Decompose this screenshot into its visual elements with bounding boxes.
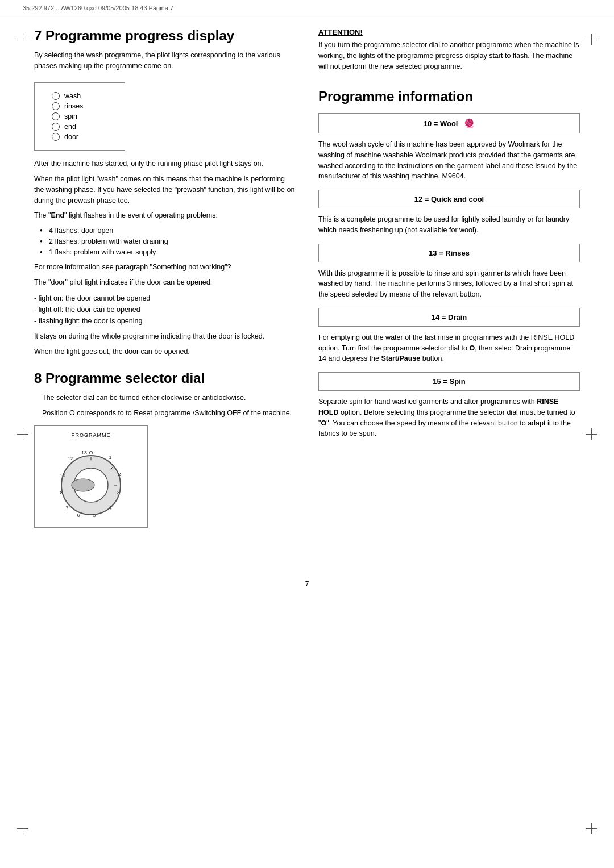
bullet-item-1: 4 flashes: door open	[40, 226, 296, 236]
circle-spin	[52, 112, 60, 120]
section7-para4: For more information see paragraph "Some…	[34, 262, 296, 273]
svg-text:12: 12	[68, 456, 73, 461]
display-item-rinses: rinses	[52, 102, 113, 110]
attention-text: If you turn the programme selector dial …	[318, 40, 580, 72]
circle-wash	[52, 92, 60, 100]
svg-text:2: 2	[118, 471, 121, 477]
section7-para5: The "door" pilot light indicates if the …	[34, 277, 296, 288]
svg-text:O: O	[89, 450, 93, 456]
prog-label-quick: 12 = Quick and cool	[414, 195, 484, 203]
section8-para2: Position O corresponds to to Reset progr…	[34, 408, 296, 419]
prog-text-spin: Separate spin for hand washed garments a…	[318, 397, 580, 439]
crosshair-bottom-left	[17, 823, 28, 834]
prog-box-wool: 10 = Wool 🧶	[318, 113, 580, 133]
display-item-door: door	[52, 133, 113, 141]
section8-para1: The selector dial can be turned either c…	[34, 393, 296, 403]
bullet-list: 4 flashes: door open 2 flashes: problem …	[34, 226, 296, 257]
section7-intro: By selecting the wash programme, the pil…	[34, 50, 296, 72]
dial-box: PROGRAMME O 1 2 3 4 5 6 7	[34, 425, 148, 528]
display-item-wash: wash	[52, 92, 113, 100]
prog-text-wool: The wool wash cycle of this machine has …	[318, 139, 580, 182]
prog-box-drain: 14 = Drain	[318, 308, 580, 327]
dash-item-2: - light off: the door can be opened	[34, 304, 296, 315]
crosshair-mid-left	[17, 428, 28, 440]
prog-label-rinses: 13 = Rinses	[429, 249, 470, 257]
section8-title: 8 Programme selector dial	[34, 370, 296, 387]
label-spin: spin	[64, 112, 77, 120]
col-right: ATTENTION! If you turn the programme sel…	[318, 28, 580, 535]
col-left: 7 Programme progress display By selectin…	[34, 28, 296, 535]
prog-text-drain: For emptying out the water of the last r…	[318, 332, 580, 364]
label-door: door	[64, 133, 78, 141]
prog-box-quick: 12 = Quick and cool	[318, 190, 580, 208]
prog-label-wool: 10 = Wool 🧶	[424, 119, 475, 128]
prog-text-quick: This is a complete programme to be used …	[318, 214, 580, 236]
bullet-item-3: 1 flash: problem with water supply	[40, 247, 296, 258]
circle-rinses	[52, 102, 60, 110]
dial-label: PROGRAMME	[71, 432, 110, 438]
crosshair-top-left	[17, 34, 28, 45]
section7-para3: The "End" light flashes in the event of …	[34, 210, 296, 221]
dial-svg: O 1 2 3 4 5 6 7 8 10 12 13	[51, 441, 131, 521]
circle-end	[52, 123, 60, 131]
section7-para7: When the light goes out, the door can be…	[34, 347, 296, 357]
svg-text:7: 7	[65, 505, 68, 511]
display-box: wash rinses spin end door	[34, 82, 125, 151]
section7-para6: It stays on during the whole programme i…	[34, 331, 296, 342]
dash-item-3: - flashing light: the door is opening	[34, 315, 296, 327]
label-wash: wash	[64, 92, 81, 100]
prog-box-spin: 15 = Spin	[318, 372, 580, 391]
display-item-end: end	[52, 123, 113, 131]
svg-text:4: 4	[109, 505, 111, 511]
prog-label-spin: 15 = Spin	[433, 377, 465, 386]
display-item-spin: spin	[52, 112, 113, 120]
bullet-item-2: 2 flashes: problem with water draining	[40, 236, 296, 247]
svg-text:13: 13	[81, 450, 87, 456]
page-number: 7	[0, 569, 614, 599]
prog-text-rinses: With this programme it is possible to ri…	[318, 268, 580, 300]
label-rinses: rinses	[64, 102, 83, 110]
crosshair-bottom-right	[586, 823, 597, 834]
svg-text:3: 3	[117, 490, 119, 495]
prog-box-rinses: 13 = Rinses	[318, 244, 580, 262]
crosshair-top-right	[586, 34, 597, 45]
section7-title: 7 Programme progress display	[34, 28, 296, 44]
label-end: end	[64, 123, 76, 131]
prog-info-title: Programme information	[318, 89, 580, 105]
svg-text:5: 5	[93, 512, 96, 518]
svg-text:10: 10	[60, 473, 65, 478]
svg-text:8: 8	[60, 490, 63, 495]
attention-title: ATTENTION!	[318, 28, 580, 36]
page-container: 35.292.972....AW1260.qxd 09/05/2005 18:4…	[0, 0, 614, 868]
dash-item-1: - light on: the door cannot be opened	[34, 293, 296, 304]
section7-para1: After the machine has started, only the …	[34, 158, 296, 169]
main-content: 7 Programme progress display By selectin…	[0, 22, 614, 569]
prog-label-drain: 14 = Drain	[432, 313, 467, 322]
crosshair-mid-right	[586, 428, 597, 440]
page-header: 35.292.972....AW1260.qxd 09/05/2005 18:4…	[0, 0, 614, 16]
svg-text:1: 1	[109, 454, 111, 460]
svg-text:6: 6	[77, 512, 80, 518]
circle-door	[52, 133, 60, 141]
header-text: 35.292.972....AW1260.qxd 09/05/2005 18:4…	[23, 5, 173, 11]
svg-point-2	[72, 479, 94, 491]
wool-icon: 🧶	[464, 118, 475, 128]
section7-para2: When the pilot light "wash" comes on thi…	[34, 174, 296, 206]
dash-list: - light on: the door cannot be opened - …	[34, 293, 296, 327]
